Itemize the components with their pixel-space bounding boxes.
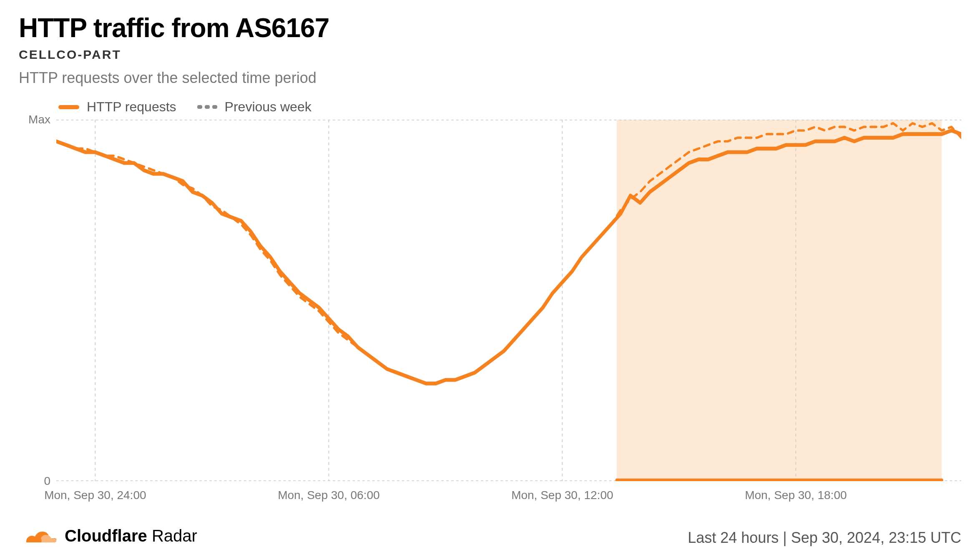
brand-text: Cloudflare Radar — [65, 527, 197, 545]
legend-item-previous: Previous week — [197, 99, 312, 115]
cloudflare-logo-icon — [19, 525, 56, 547]
line-swatch-icon — [58, 105, 79, 109]
y-tick-max: Max — [28, 113, 50, 126]
brand-name-light: Radar — [147, 527, 197, 545]
chart-title: HTTP traffic from AS6167 — [19, 13, 961, 43]
chart-legend: HTTP requests Previous week — [19, 99, 961, 115]
x-axis: Mon, Sep 30, 24:00Mon, Sep 30, 06:00Mon,… — [19, 481, 961, 514]
brand-name-bold: Cloudflare — [65, 527, 147, 545]
chart-header: HTTP traffic from AS6167 CELLCO-PART HTT… — [19, 13, 961, 87]
x-tick: Mon, Sep 30, 12:00 — [511, 489, 613, 502]
plot-area[interactable] — [56, 120, 961, 481]
x-tick: Mon, Sep 30, 18:00 — [745, 489, 847, 502]
brand: Cloudflare Radar — [19, 525, 197, 547]
dashed-swatch-icon — [197, 105, 217, 109]
x-tick: Mon, Sep 30, 24:00 — [44, 489, 146, 502]
svg-rect-0 — [617, 120, 942, 481]
plot-svg — [56, 120, 961, 481]
chart-area: Max 0 — [19, 120, 961, 481]
chart-description: HTTP requests over the selected time per… — [19, 69, 961, 87]
chart-footer: Cloudflare Radar Last 24 hours | Sep 30,… — [19, 514, 961, 547]
x-tick: Mon, Sep 30, 06:00 — [278, 489, 379, 502]
legend-label: Previous week — [225, 99, 312, 115]
footer-timestamp: Last 24 hours | Sep 30, 2024, 23:15 UTC — [688, 529, 961, 547]
legend-label: HTTP requests — [87, 99, 176, 115]
y-axis: Max 0 — [19, 120, 56, 481]
legend-item-http: HTTP requests — [58, 99, 176, 115]
chart-subtitle: CELLCO-PART — [19, 48, 961, 62]
